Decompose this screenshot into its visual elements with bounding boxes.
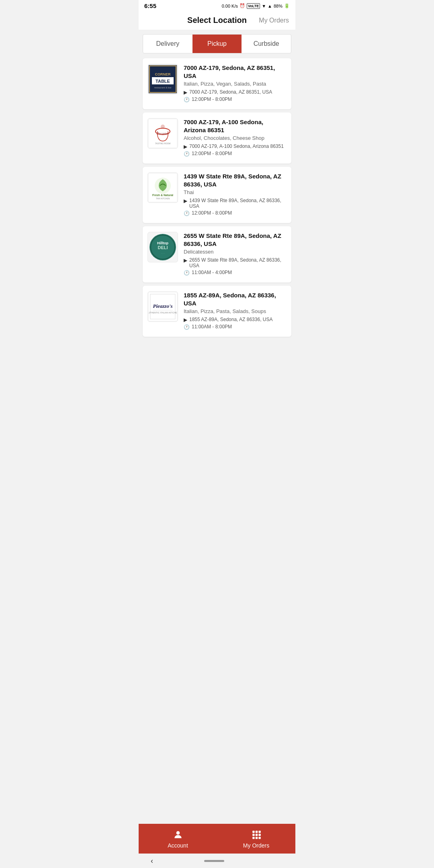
svg-text:Pieazzo's: Pieazzo's [153,303,172,309]
location-hours-1: 🕐 12:00PM - 8:00PM [184,96,287,102]
location-address-4: ▶ 2655 W State Rte 89A, Sedona, AZ 86336… [184,257,287,268]
pin-icon-2: ▶ [184,144,187,149]
location-card-3[interactable]: Fresh & Natural THAI KITCHEN 1439 W Stat… [143,167,291,223]
svg-text:Hilltop: Hilltop [157,241,168,245]
svg-text:AUTHENTIC ITALIAN KITCHEN: AUTHENTIC ITALIAN KITCHEN [149,311,177,314]
location-logo-5: Pieazzo's AUTHENTIC ITALIAN KITCHEN [147,291,178,322]
svg-text:TASTING ROOM: TASTING ROOM [155,142,170,145]
svg-text:Decanter: Decanter [156,132,169,135]
location-list: CORNER TABLE restaurant & bar 7000 AZ-17… [139,56,295,339]
location-cuisine-3: Thai [184,189,287,195]
svg-text:DELI: DELI [158,245,168,250]
location-name-1: 7000 AZ-179, Sedona, AZ 86351, USA [184,64,287,80]
location-info-3: 1439 W State Rte 89A, Sedona, AZ 86336, … [184,172,287,217]
location-card-5[interactable]: Pieazzo's AUTHENTIC ITALIAN KITCHEN 1855… [143,286,291,337]
location-cuisine-2: Alcohol, Chocolates, Cheese Shop [184,135,287,141]
location-info-1: 7000 AZ-179, Sedona, AZ 86351, USA Itali… [184,64,287,104]
tab-pickup[interactable]: Pickup [192,35,242,53]
pin-icon: ▶ [184,90,187,95]
clock-icon-2: 🕐 [184,151,190,157]
clock-icon-3: 🕐 [184,211,190,216]
clock-icon-5: 🕐 [184,324,190,330]
location-cuisine-1: Italian, Pizza, Vegan, Salads, Pasta [184,81,287,87]
status-icons: 0.00 K/s ⏰ VoLTE ▼ ▲ 88% 🔋 [222,3,290,9]
location-cuisine-5: Italian, Pizza, Pasta, Salads, Soups [184,308,287,314]
pin-icon-3: ▶ [184,198,187,204]
network-speed: 0.00 K/s [222,4,238,8]
location-cuisine-4: Delicatessen [184,249,287,255]
svg-text:Fresh & Natural: Fresh & Natural [152,194,173,197]
battery: 88% [274,4,283,8]
alarm-icon: ⏰ [240,3,245,8]
clock-icon: 🕐 [184,97,190,102]
location-hours-3: 🕐 12:00PM - 8:00PM [184,210,287,216]
location-name-5: 1855 AZ-89A, Sedona, AZ 86336, USA [184,291,287,307]
location-logo-4: Hilltop DELI · · · [147,232,178,262]
pin-icon-5: ▶ [184,317,187,323]
svg-text:THAI KITCHEN: THAI KITCHEN [156,197,170,200]
location-info-5: 1855 AZ-89A, Sedona, AZ 86336, USA Itali… [184,291,287,331]
location-address-3: ▶ 1439 W State Rte 89A, Sedona, AZ 86336… [184,198,287,209]
location-card-1[interactable]: CORNER TABLE restaurant & bar 7000 AZ-17… [143,58,291,109]
svg-text:· · ·: · · · [161,252,165,254]
location-name-3: 1439 W State Rte 89A, Sedona, AZ 86336, … [184,172,287,188]
top-bar: Select Location My Orders [139,11,295,30]
status-bar: 6:55 0.00 K/s ⏰ VoLTE ▼ ▲ 88% 🔋 [139,0,295,11]
location-name-4: 2655 W State Rte 89A, Sedona, AZ 86336, … [184,232,287,248]
location-card-2[interactable]: Decanter TASTING ROOM 7000 AZ-179, A-100… [143,113,291,164]
pin-icon-4: ▶ [184,258,187,263]
location-address-2: ▶ 7000 AZ-179, A-100 Sedona, Arizona 863… [184,143,287,149]
location-hours-4: 🕐 11:00AM - 4:00PM [184,270,287,276]
location-logo-2: Decanter TASTING ROOM [147,118,178,149]
location-logo-1: CORNER TABLE restaurant & bar [147,64,178,94]
tab-curbside[interactable]: Curbside [242,35,291,53]
wifi-icon: ▼ [262,4,266,8]
location-address-5: ▶ 1855 AZ-89A, Sedona, AZ 86336, USA [184,317,287,323]
location-address-1: ▶ 7000 AZ-179, Sedona, AZ 86351, USA [184,89,287,95]
page-title: Select Location [187,16,247,25]
order-type-tabs: Delivery Pickup Curbside [143,34,291,53]
signal-icon: ▲ [268,4,272,8]
svg-text:TABLE: TABLE [156,79,170,84]
location-info-2: 7000 AZ-179, A-100 Sedona, Arizona 86351… [184,118,287,158]
location-hours-5: 🕐 11:00AM - 8:00PM [184,324,287,330]
location-card-4[interactable]: Hilltop DELI · · · 2655 W State Rte 89A,… [143,226,291,283]
tab-delivery[interactable]: Delivery [143,35,192,53]
location-name-2: 7000 AZ-179, A-100 Sedona, Arizona 86351 [184,118,287,134]
status-time: 6:55 [144,2,156,9]
clock-icon-4: 🕐 [184,270,190,276]
svg-text:restaurant & bar: restaurant & bar [154,86,171,89]
location-logo-3: Fresh & Natural THAI KITCHEN [147,172,178,203]
battery-icon: 🔋 [284,3,290,8]
svg-text:CORNER: CORNER [155,72,171,76]
my-orders-link[interactable]: My Orders [259,17,289,24]
svg-point-10 [161,125,165,129]
volte-icon: VoLTE [247,3,260,9]
location-hours-2: 🕐 12:00PM - 8:00PM [184,151,287,157]
location-info-4: 2655 W State Rte 89A, Sedona, AZ 86336, … [184,232,287,277]
